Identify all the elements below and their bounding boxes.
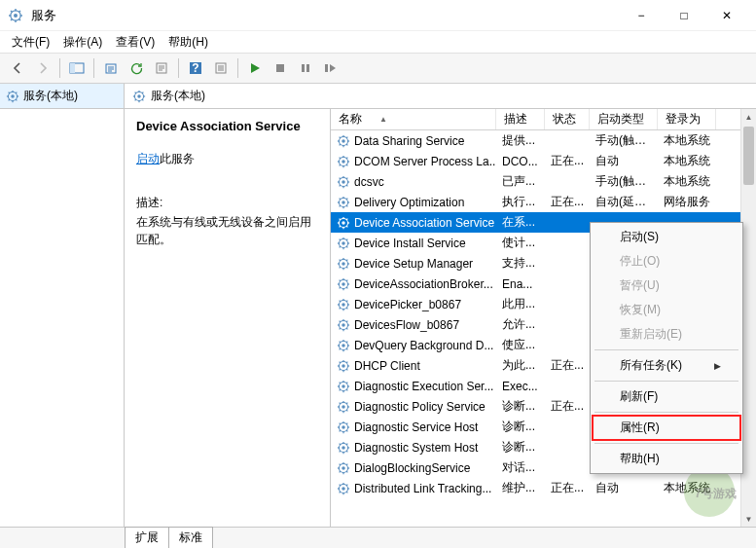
help-button[interactable]: ? — [184, 56, 207, 80]
service-row[interactable]: Delivery Optimization执行...正在...自动(延迟...网… — [331, 192, 756, 212]
app-gear-icon — [8, 8, 23, 23]
menu-item-pause: 暂停(U) — [593, 274, 740, 298]
pause-service-button[interactable] — [294, 56, 317, 80]
menu-item-help[interactable]: 帮助(H) — [593, 447, 740, 471]
service-desc: 此用... — [496, 296, 545, 312]
service-row[interactable]: dcsvc已声...手动(触发...本地系统 — [331, 171, 756, 192]
forward-button[interactable] — [31, 56, 54, 80]
maximize-button[interactable]: □ — [663, 2, 705, 29]
svg-text:?: ? — [192, 61, 198, 75]
service-desc: 对话... — [496, 459, 545, 476]
svg-rect-32 — [302, 64, 305, 72]
service-startup: 手动(触发... — [590, 173, 658, 190]
service-name: dcsvc — [354, 175, 384, 189]
svg-rect-30 — [218, 65, 224, 71]
service-status: 正在... — [545, 153, 590, 169]
start-suffix: 此服务 — [160, 152, 195, 165]
column-status[interactable]: 状态 — [545, 109, 590, 129]
column-logon[interactable]: 登录为 — [658, 109, 716, 129]
close-button[interactable]: ✕ — [705, 2, 748, 29]
service-name: DialogBlockingService — [354, 461, 470, 475]
filter-button[interactable] — [209, 56, 233, 80]
column-name[interactable]: 名称▲ — [331, 109, 496, 129]
service-name: Distributed Link Tracking... — [354, 482, 491, 495]
menu-action[interactable]: 操作(A) — [57, 32, 108, 53]
scope-label: 服务(本地) — [23, 88, 78, 104]
menu-item-properties[interactable]: 属性(R) — [593, 416, 740, 440]
toolbar: ? — [0, 53, 756, 84]
service-row[interactable]: DCOM Server Process La...DCO...正在...自动本地… — [331, 151, 756, 171]
service-startup: 自动(延迟... — [590, 194, 658, 210]
menu-item-refresh[interactable]: 刷新(F) — [593, 384, 740, 409]
scope-item-services-local[interactable]: 服务(本地) — [0, 84, 124, 109]
service-startup: 自动 — [590, 153, 658, 169]
gear-icon — [337, 420, 350, 434]
menu-view[interactable]: 查看(V) — [110, 32, 161, 53]
service-status: 正在... — [545, 398, 590, 415]
context-menu: 启动(S) 停止(O) 暂停(U) 恢复(M) 重新启动(E) 所有任务(K)▶… — [590, 222, 743, 474]
scroll-up-icon[interactable]: ▲ — [741, 109, 756, 125]
gear-icon — [337, 441, 350, 455]
gear-icon — [337, 461, 350, 475]
column-description[interactable]: 描述 — [496, 109, 545, 129]
menu-item-all-tasks[interactable]: 所有任务(K)▶ — [593, 353, 740, 378]
gear-icon — [337, 318, 350, 332]
service-desc: 执行... — [496, 194, 545, 210]
tab-standard[interactable]: 标准 — [168, 527, 213, 548]
menu-help[interactable]: 帮助(H) — [162, 32, 214, 53]
scroll-down-icon[interactable]: ▼ — [741, 511, 756, 527]
back-button[interactable] — [6, 56, 29, 80]
service-name: Device Install Service — [354, 237, 466, 250]
service-name: Diagnostic Service Host — [354, 420, 478, 434]
service-startup: 手动(触发... — [590, 132, 658, 149]
start-link[interactable]: 启动 — [136, 152, 160, 165]
window-title: 服务 — [31, 7, 620, 24]
service-row[interactable]: Data Sharing Service提供...手动(触发...本地系统 — [331, 130, 756, 151]
restart-service-button[interactable] — [319, 56, 342, 80]
service-desc: 在系... — [496, 214, 545, 231]
selected-service-name: Device Association Service — [136, 119, 318, 133]
gear-icon — [337, 400, 350, 414]
minimize-button[interactable]: − — [620, 2, 663, 29]
gear-icon — [337, 298, 350, 311]
gear-icon — [6, 90, 19, 103]
service-name: Diagnostic Policy Service — [354, 400, 486, 414]
tab-extended[interactable]: 扩展 — [125, 527, 169, 548]
submenu-arrow-icon: ▶ — [714, 361, 721, 371]
right-header-label: 服务(本地) — [151, 88, 205, 104]
service-logon: 网络服务 — [658, 194, 716, 210]
service-desc: 提供... — [496, 132, 545, 149]
service-status: 正在... — [545, 480, 590, 496]
properties-button[interactable] — [150, 56, 173, 80]
show-hide-tree-button[interactable] — [65, 56, 89, 80]
gear-icon — [337, 155, 350, 168]
svg-rect-33 — [306, 64, 309, 72]
menu-file[interactable]: 文件(F) — [6, 32, 55, 53]
scrollbar-thumb[interactable] — [743, 127, 754, 185]
service-logon: 本地系统 — [658, 132, 716, 149]
description-label: 描述: — [136, 195, 318, 211]
detail-pane: Device Association Service 启动此服务 描述: 在系统… — [125, 109, 331, 527]
menu-separator — [594, 349, 738, 350]
titlebar: 服务 − □ ✕ — [0, 0, 756, 31]
service-row[interactable]: Distributed Link Tracking...维护...正在...自动… — [331, 478, 756, 498]
menu-item-start[interactable]: 启动(S) — [593, 225, 740, 249]
gear-icon — [337, 134, 350, 148]
gear-icon — [337, 380, 350, 393]
service-startup: 自动 — [590, 480, 658, 496]
service-name: Diagnostic Execution Ser... — [354, 380, 493, 393]
gear-icon — [337, 237, 350, 250]
menu-item-restart: 重新启动(E) — [593, 322, 740, 347]
column-startup[interactable]: 启动类型 — [590, 109, 658, 129]
menu-item-resume: 恢复(M) — [593, 298, 740, 322]
service-name: Diagnostic System Host — [354, 441, 478, 455]
service-logon: 本地系统 — [658, 153, 716, 169]
refresh-button[interactable] — [125, 56, 148, 80]
start-service-button[interactable] — [243, 56, 267, 80]
export-button[interactable] — [99, 56, 123, 80]
service-status: 正在... — [545, 357, 590, 374]
scope-pane: 服务(本地) — [0, 84, 125, 527]
stop-service-button[interactable] — [269, 56, 292, 80]
service-desc: 允许... — [496, 316, 545, 333]
tabs-row: 扩展 标准 — [0, 527, 756, 548]
